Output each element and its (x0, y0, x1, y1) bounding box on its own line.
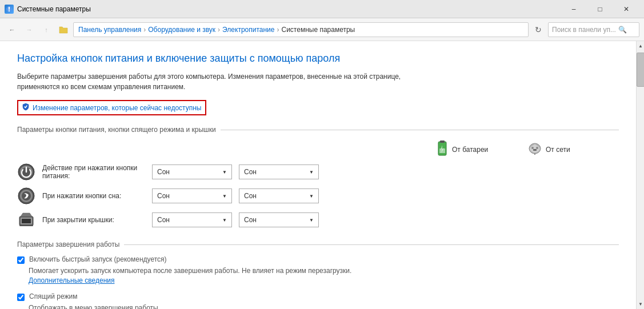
minimize-button[interactable]: – (561, 0, 587, 18)
up-button[interactable]: ↑ (39, 22, 54, 37)
power-row-3: При закрытии крышки: Сон ▼ Сон ▼ (17, 211, 389, 229)
power-button-icon (17, 163, 35, 181)
breadcrumb-current: Системные параметры (281, 26, 355, 34)
window-title: Системные параметры (17, 5, 91, 13)
plug-icon (527, 142, 542, 156)
svg-point-8 (531, 147, 534, 149)
address-path[interactable]: Панель управления › Оборудование и звук … (73, 22, 529, 37)
cb-group-1: Включить быстрый запуск (рекомендуется) … (17, 255, 389, 286)
col-header-battery: От батареи (436, 141, 527, 158)
sleep-button-icon (17, 187, 35, 205)
battery-icon (436, 141, 449, 158)
row1-dropdown-battery[interactable]: Сон ▼ (152, 164, 232, 179)
search-icon: 🔍 (618, 26, 627, 34)
svg-rect-10 (533, 149, 537, 151)
address-bar: ← → ↑ Панель управления › Оборудование и… (0, 18, 644, 41)
col2-label: От сети (546, 146, 570, 154)
power-table-header: От батареи От сети (17, 141, 619, 158)
title-bar-left: Системные параметры (5, 5, 91, 14)
section1-line (221, 130, 619, 130)
row1-dropdown-ac[interactable]: Сон ▼ (239, 164, 319, 179)
page-title: Настройка кнопок питания и включение защ… (17, 53, 619, 65)
svg-rect-2 (9, 10, 10, 11)
forward-button[interactable]: → (22, 22, 37, 37)
row2-label: При нажатии кнопки сна: (42, 192, 145, 200)
power-table: Действие при нажатии кнопки питания: Сон… (17, 163, 389, 229)
section1-header: Параметры кнопки питания, кнопки спящего… (17, 126, 619, 134)
breadcrumb-power[interactable]: Электропитание (222, 26, 274, 34)
chevron-down-icon: ▼ (222, 194, 227, 199)
scrollbar-thumb[interactable] (637, 53, 644, 87)
more-link-1[interactable]: Дополнительные сведения (29, 276, 114, 284)
fast-boot-checkbox[interactable] (17, 256, 25, 264)
power-row-2: При нажатии кнопки сна: Сон ▼ Сон ▼ (17, 187, 389, 205)
page-description: Выберите параметры завершения работы для… (17, 71, 417, 92)
search-box[interactable]: Поиск в панели уп... 🔍 (548, 22, 639, 37)
main-content: Настройка кнопок питания и включение защ… (0, 41, 644, 309)
app-icon (5, 5, 14, 14)
cb-row-2: Спящий режим (17, 292, 389, 301)
section2-label: Параметры завершения работы (17, 240, 124, 248)
col1-label: От батареи (452, 146, 488, 154)
row3-dropdown-battery[interactable]: Сон ▼ (152, 212, 232, 227)
row1-label: Действие при нажатии кнопки питания: (42, 164, 145, 180)
chevron-down-icon: ▼ (309, 218, 314, 223)
search-placeholder: Поиск в панели уп... (552, 26, 616, 34)
power-row-1: Действие при нажатии кнопки питания: Сон… (17, 163, 389, 181)
scrollbar-down-arrow[interactable]: ▼ (637, 299, 644, 309)
maximize-button[interactable]: □ (587, 0, 613, 18)
breadcrumb-panel[interactable]: Панель управления (78, 26, 141, 34)
section2-line (124, 244, 619, 245)
shield-icon (22, 103, 30, 113)
fast-boot-desc: Помогает ускорить запуск компьютера посл… (29, 266, 389, 286)
row3-dropdown-ac[interactable]: Сон ▼ (239, 212, 319, 227)
back-button[interactable]: ← (5, 22, 19, 37)
breadcrumb-hardware[interactable]: Оборудование и звук (148, 26, 215, 34)
fast-boot-label: Включить быстрый запуск (рекомендуется) (29, 255, 167, 263)
col-header-ac: От сети (527, 141, 619, 158)
sleep-mode-label: Спящий режим (29, 292, 77, 300)
shutdown-section: Включить быстрый запуск (рекомендуется) … (17, 255, 389, 309)
section1-label: Параметры кнопки питания, кнопки спящего… (17, 126, 221, 134)
row3-label: При закрытии крышки: (42, 216, 145, 224)
refresh-button[interactable]: ↻ (531, 22, 546, 37)
cb-row-1: Включить быстрый запуск (рекомендуется) (17, 255, 389, 264)
chevron-down-icon: ▼ (222, 170, 227, 175)
chevron-down-icon: ▼ (222, 218, 227, 223)
title-bar: Системные параметры – □ ✕ (0, 0, 644, 18)
svg-rect-22 (19, 224, 33, 226)
row1-val2: Сон (244, 168, 257, 176)
sleep-mode-checkbox[interactable] (17, 294, 25, 301)
svg-rect-1 (9, 7, 10, 10)
close-button[interactable]: ✕ (613, 0, 639, 18)
change-params-link[interactable]: Изменение параметров, которые сейчас нед… (17, 100, 206, 115)
scrollbar-up-arrow[interactable]: ▲ (637, 41, 644, 51)
change-params-label: Изменение параметров, которые сейчас нед… (33, 104, 202, 112)
chevron-down-icon: ▼ (309, 170, 314, 175)
title-bar-controls: – □ ✕ (561, 0, 639, 18)
row1-val1: Сон (157, 168, 170, 176)
row2-dropdown-battery[interactable]: Сон ▼ (152, 188, 232, 203)
content-area: Настройка кнопок питания и включение защ… (0, 41, 636, 309)
svg-rect-21 (22, 219, 31, 223)
row2-val2: Сон (244, 192, 257, 200)
section2-header: Параметры завершения работы (17, 240, 619, 248)
row3-val2: Сон (244, 216, 257, 224)
row2-val1: Сон (157, 192, 170, 200)
scrollbar[interactable]: ▲ ▼ (636, 41, 644, 309)
row3-val1: Сон (157, 216, 170, 224)
svg-rect-4 (440, 141, 445, 143)
lid-icon (17, 211, 35, 229)
sleep-mode-desc: Отображать в меню завершения работы. (29, 303, 389, 309)
svg-point-9 (536, 147, 538, 149)
cb-group-2: Спящий режим Отображать в меню завершени… (17, 292, 389, 309)
chevron-down-icon: ▼ (309, 194, 314, 199)
row2-dropdown-ac[interactable]: Сон ▼ (239, 188, 319, 203)
folder-icon (56, 22, 71, 37)
